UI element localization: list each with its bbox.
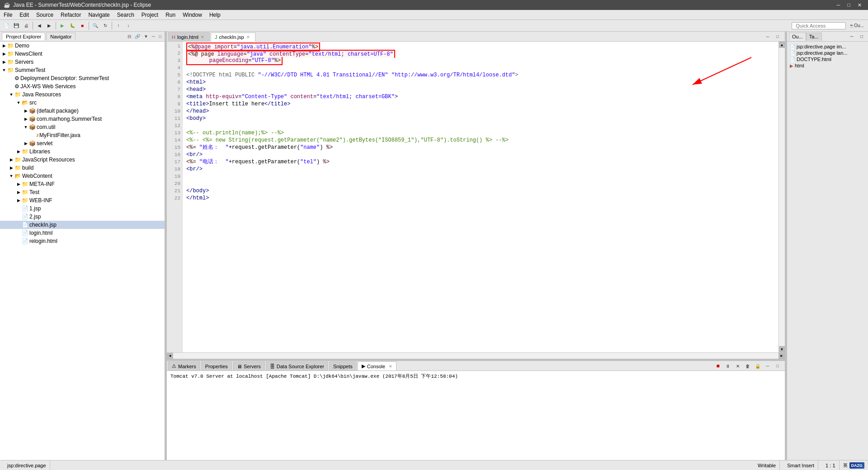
right-tree-item-directive-import[interactable]: 📄 jsp:directive.page im...: [789, 43, 866, 50]
menu-run[interactable]: Run: [162, 10, 179, 19]
hscroll-right-btn[interactable]: ►: [778, 353, 785, 359]
perspective-java-ee[interactable]: ☕ Ou...: [847, 21, 866, 30]
servlet-icon: 📦: [29, 140, 36, 147]
remove-btn[interactable]: ✕: [733, 361, 742, 370]
minimize-button[interactable]: ─: [834, 1, 843, 9]
editor-hscrollbar[interactable]: ◄ ►: [167, 352, 785, 359]
right-tree-item-directive-lang[interactable]: 📄 jsp:directive.page lan...: [789, 50, 866, 56]
menu-navigate[interactable]: Navigate: [85, 10, 113, 19]
tab-snippets[interactable]: Snippets: [329, 361, 357, 370]
tab-checkin-jsp[interactable]: J checkIn.jsp ✕: [211, 33, 255, 42]
tab-markers[interactable]: ⚠ Markers: [168, 361, 200, 370]
tree-item-myfilter[interactable]: J MyFirstFilter.java: [0, 131, 165, 139]
tree-item-2jsp[interactable]: 📄 2.jsp: [0, 213, 165, 221]
quick-access-input[interactable]: [792, 22, 846, 29]
tree-item-checkin[interactable]: 📄 checkIn.jsp: [0, 221, 165, 229]
tree-item-js-resources[interactable]: ▶ 📁 JavaScript Resources: [0, 156, 165, 164]
line-num-6: 6: [169, 79, 180, 86]
tree-item-servers[interactable]: ▶ 📁 Servers: [0, 58, 165, 66]
tree-item-meta-inf[interactable]: ▶ 📁 META-INF: [0, 180, 165, 188]
title-controls[interactable]: ─ □ ✕: [834, 1, 864, 9]
tree-item-1jsp[interactable]: 📄 1.jsp: [0, 204, 165, 213]
tab-project-explorer[interactable]: Project Explorer: [2, 33, 45, 40]
tab-navigator[interactable]: Navigator: [46, 33, 75, 40]
toolbar-prev-annotation[interactable]: ↑: [114, 21, 123, 30]
tree-item-login-html[interactable]: 📄 login.html: [0, 229, 165, 237]
suspend-btn[interactable]: ⏸: [723, 361, 732, 370]
scroll-track[interactable]: [779, 48, 785, 346]
tree-item-web-inf[interactable]: ▶ 📁 WEB-INF: [0, 196, 165, 204]
code-editor[interactable]: 1 2 3 4 5 6 7 8 9 10 11 12 13: [167, 42, 778, 352]
tree-item-summertest[interactable]: ▼ 📁 SummerTest: [0, 66, 165, 74]
tree-item-com-marhong[interactable]: ▶ 📦 com.marhong.SummerTest: [0, 115, 165, 123]
minimize-panel-icon[interactable]: ─: [151, 33, 156, 39]
minimize-editor-btn[interactable]: ─: [763, 32, 772, 41]
menu-help[interactable]: Help: [206, 10, 224, 19]
tab-outline[interactable]: Ou...: [789, 33, 806, 41]
close-login-html-tab[interactable]: ✕: [200, 35, 205, 39]
maximize-right-btn[interactable]: □: [857, 32, 866, 41]
tree-item-build[interactable]: ▶ 📁 build: [0, 164, 165, 172]
minimize-right-btn[interactable]: ─: [847, 32, 856, 41]
minimize-bottom-btn[interactable]: ─: [763, 361, 772, 370]
toolbar-run[interactable]: ▶: [58, 21, 67, 30]
tab-properties[interactable]: Properties: [201, 361, 232, 370]
maximize-editor-btn[interactable]: □: [773, 32, 782, 41]
tree-item-com-util[interactable]: ▼ 📦 com.util: [0, 123, 165, 131]
tree-item-deployment[interactable]: ⚙ Deployment Descriptor: SummerTest: [0, 74, 165, 82]
tree-item-newsclient[interactable]: ▶ 📁 NewsClient: [0, 50, 165, 58]
toolbar-search[interactable]: 🔍: [91, 21, 100, 30]
menu-refactor[interactable]: Refactor: [57, 10, 85, 19]
close-button[interactable]: ✕: [855, 1, 864, 9]
maximize-bottom-btn[interactable]: □: [773, 361, 782, 370]
close-checkin-tab[interactable]: ✕: [246, 35, 250, 39]
tree-item-relogin[interactable]: 📄 relogin.html: [0, 237, 165, 245]
menu-source[interactable]: Source: [33, 10, 57, 19]
tab-login-html[interactable]: H login.html ✕: [168, 32, 210, 41]
tree-item-default-pkg[interactable]: ▶ 📦 (default package): [0, 107, 165, 115]
clear-console-btn[interactable]: 🗑: [743, 361, 752, 370]
view-menu-icon[interactable]: ▼: [142, 33, 150, 39]
stop-console-btn[interactable]: ■: [713, 361, 722, 370]
scroll-down-btn[interactable]: ▼: [779, 346, 785, 352]
servers-icon: 📁: [7, 59, 14, 65]
collapse-all-icon[interactable]: ⊟: [126, 33, 132, 39]
menu-window[interactable]: Window: [179, 10, 206, 19]
toolbar-print[interactable]: 🖨: [22, 21, 31, 30]
tab-data-source[interactable]: 🗄 Data Source Explorer: [266, 361, 328, 370]
toolbar-next-annotation[interactable]: ↓: [124, 21, 133, 30]
toolbar-stop[interactable]: ■: [78, 21, 87, 30]
tab-console[interactable]: ▶ Console ✕: [358, 361, 396, 370]
menu-project[interactable]: Project: [138, 10, 162, 19]
menu-edit[interactable]: Edit: [16, 10, 33, 19]
editor-scrollbar[interactable]: ▲ ▼: [778, 42, 785, 352]
scroll-lock-btn[interactable]: 🔒: [753, 361, 762, 370]
scroll-up-btn[interactable]: ▲: [779, 42, 785, 48]
tree-item-libraries[interactable]: ▶ 📁 Libraries: [0, 147, 165, 156]
right-tree-item-html[interactable]: ▶ html: [789, 62, 866, 69]
bottom-tab-bar: ⚠ Markers Properties 🖥 Servers 🗄 Data So…: [167, 361, 785, 371]
hscroll-left-btn[interactable]: ◄: [167, 353, 173, 359]
maximize-button[interactable]: □: [844, 1, 853, 9]
close-console-tab[interactable]: ✕: [389, 364, 392, 369]
tree-item-webcontent[interactable]: ▼ 📂 WebContent: [0, 172, 165, 180]
tree-item-demo[interactable]: ▶ 📁 Demo: [0, 42, 165, 50]
link-editor-icon[interactable]: 🔗: [133, 33, 142, 39]
toolbar-forward[interactable]: ▶: [45, 21, 54, 30]
tree-item-java-resources[interactable]: ▼ 📁 Java Resources: [0, 90, 165, 99]
maximize-panel-icon[interactable]: □: [157, 33, 163, 39]
toolbar-save[interactable]: 💾: [12, 21, 21, 30]
tab-tasks[interactable]: Ta...: [806, 33, 822, 41]
tree-item-test[interactable]: ▶ 📁 Test: [0, 188, 165, 196]
toolbar-new[interactable]: 📄: [2, 21, 11, 30]
menu-file[interactable]: File: [0, 10, 16, 19]
toolbar-refresh[interactable]: ↻: [101, 21, 110, 30]
toolbar-back[interactable]: ◀: [35, 21, 44, 30]
tree-item-servlet[interactable]: ▶ 📦 servlet: [0, 139, 165, 147]
tree-item-src[interactable]: ▼ 📂 src: [0, 99, 165, 107]
toolbar-debug[interactable]: 🐛: [68, 21, 77, 30]
tree-item-jaxws[interactable]: ⚙ JAX-WS Web Services: [0, 82, 165, 90]
tab-servers[interactable]: 🖥 Servers: [233, 361, 265, 370]
menu-search[interactable]: Search: [113, 10, 138, 19]
right-tree-item-doctype[interactable]: 📄 DOCTYPE:html: [789, 56, 866, 62]
